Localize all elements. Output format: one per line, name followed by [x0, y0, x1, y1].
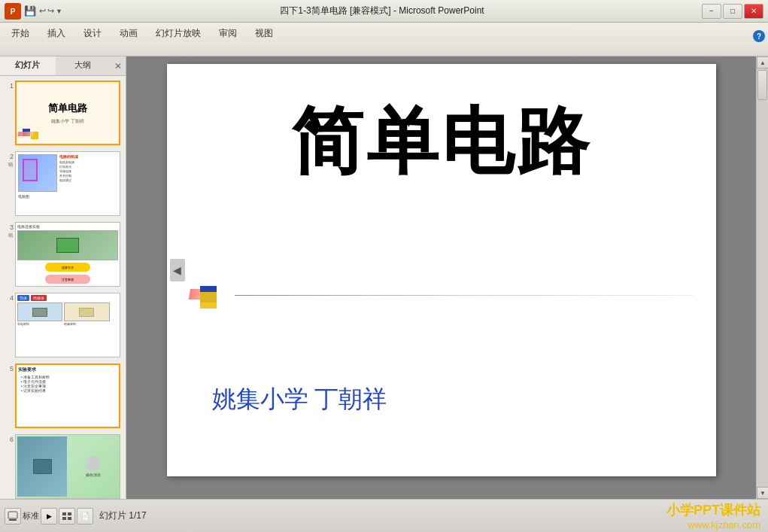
- title-bar: P 💾 ↩ ↪ ▼ 四下1-3简单电路 [兼容模式] - Microsoft P…: [0, 0, 768, 23]
- slideshow-browse-button[interactable]: [59, 508, 75, 524]
- yellow-decoration: [200, 292, 217, 309]
- close-button[interactable]: ✕: [744, 4, 763, 19]
- ribbon-content-area: [0, 42, 768, 56]
- slide-divider: [190, 286, 694, 309]
- tab-slideshow[interactable]: 幻灯片放映: [147, 24, 209, 42]
- quick-access-toolbar: 💾 ↩ ↪ ▼: [24, 5, 62, 17]
- slide-thumb-1[interactable]: 简单电路 姚集小学 丁朝祥: [15, 81, 120, 145]
- standard-view-button[interactable]: [5, 508, 21, 524]
- slide-thumb-2[interactable]: 电路图 电路的组成 电池是电源灯泡发光导线连接开关控制电流通过: [15, 151, 120, 216]
- reading-view-button[interactable]: 📄: [77, 508, 93, 524]
- redo-icon[interactable]: ↪: [47, 6, 54, 16]
- window-title: 四下1-3简单电路 [兼容模式] - Microsoft PowerPoint: [62, 5, 702, 17]
- svg-rect-7: [68, 517, 71, 520]
- slide-nav-left[interactable]: ◀: [170, 259, 185, 281]
- scroll-track: [757, 68, 768, 487]
- slide-color-decoration: [190, 286, 235, 309]
- panel-tab-outline[interactable]: 大纲: [56, 56, 111, 75]
- svg-rect-2: [8, 512, 17, 518]
- svg-rect-3: [9, 519, 17, 521]
- slide-item-3[interactable]: 3略 电路连接实验 连接方法 注意事项: [2, 220, 124, 288]
- slide-num-3: 3略: [3, 223, 14, 239]
- status-bar: 标准 ▶ 📄 幻灯片 1/17 小学PPT课件站 www.kjzhan.com: [0, 499, 768, 532]
- tab-home[interactable]: 开始: [3, 24, 38, 42]
- svg-rect-5: [68, 512, 71, 515]
- slide-area: 简单电路 姚集小学 丁朝祥 ◀: [126, 56, 756, 499]
- slide-thumb-5[interactable]: 实验要求 • 准备工具和材料 • 电子元件连接 • 注意安全事项 • 记录实验结…: [15, 363, 120, 428]
- slides-list: 1 简单电路 姚集小学 丁朝祥 2略: [0, 76, 126, 499]
- svg-rect-4: [62, 512, 66, 515]
- slide-info: 幻灯片 1/17: [99, 509, 147, 522]
- slide-num-5: 5: [3, 365, 14, 372]
- slide-thumb-3[interactable]: 电路连接实验 连接方法 注意事项: [15, 222, 120, 287]
- scroll-up-button[interactable]: ▲: [757, 56, 768, 68]
- slide-num-2: 2略: [3, 153, 14, 169]
- watermark-line1: 小学PPT课件站: [666, 501, 760, 519]
- undo-icon[interactable]: ↩: [39, 6, 46, 16]
- quick-access-dropdown[interactable]: ▼: [56, 8, 62, 15]
- panel-close-button[interactable]: ✕: [111, 56, 126, 75]
- svg-text:P: P: [11, 8, 16, 16]
- help-button[interactable]: ?: [753, 30, 765, 42]
- restore-button[interactable]: □: [723, 4, 742, 19]
- play-button[interactable]: ▶: [41, 508, 57, 524]
- standard-label: 标准: [23, 510, 39, 521]
- slide-num-4: 4: [3, 294, 14, 302]
- tab-animation[interactable]: 动画: [111, 24, 146, 42]
- slide-item-5[interactable]: 5 实验要求 • 准备工具和材料 • 电子元件连接 • 注意安全事项 • 记录实…: [2, 362, 124, 430]
- watermark: 小学PPT课件站 www.kjzhan.com: [666, 501, 760, 530]
- tab-view[interactable]: 视图: [247, 24, 281, 42]
- watermark-line2: www.kjzhan.com: [666, 519, 760, 530]
- thumb1-sub: 姚集小学 丁朝祥: [51, 118, 84, 125]
- minimize-button[interactable]: −: [702, 4, 721, 19]
- ribbon-tabs: 开始 插入 设计 动画 幻灯片放映 审阅 视图 ?: [0, 23, 768, 42]
- slide-num-1: 1: [3, 82, 14, 90]
- tab-design[interactable]: 设计: [75, 24, 110, 42]
- slide-item-1[interactable]: 1 简单电路 姚集小学 丁朝祥: [2, 79, 124, 147]
- app-icon: P: [5, 3, 21, 20]
- right-scrollbar: ▲ ▼: [756, 56, 768, 499]
- thumb1-title: 简单电路: [48, 102, 87, 115]
- window-controls: − □ ✕: [702, 4, 763, 19]
- slide-title: 简单电路: [291, 94, 592, 192]
- tab-review[interactable]: 审阅: [211, 24, 245, 42]
- main-slide: 简单电路 姚集小学 丁朝祥 ◀: [167, 64, 716, 476]
- save-icon[interactable]: 💾: [24, 5, 36, 17]
- panel-tab-slides[interactable]: 幻灯片: [0, 56, 56, 75]
- ribbon: 开始 插入 设计 动画 幻灯片放映 审阅 视图 ?: [0, 23, 768, 56]
- slide-author: 姚集小学 丁朝祥: [212, 383, 387, 416]
- slide-item-4[interactable]: 4 导体 绝缘体 导电材料: [2, 291, 124, 359]
- slide-item-2[interactable]: 2略 电路图 电路的组成 电池是电源灯泡发光导线连接开关控制电流通过: [2, 150, 124, 217]
- slide-thumb-6[interactable]: 操作演示: [15, 434, 120, 499]
- svg-rect-6: [62, 517, 66, 520]
- slide-thumb-4[interactable]: 导体 绝缘体 导电材料: [15, 293, 120, 357]
- slide-panel: 幻灯片 大纲 ✕ 1 简单电路 姚集小学 丁朝祥: [0, 56, 126, 499]
- slide-item-6[interactable]: 6 操作演示: [2, 433, 124, 499]
- tab-insert[interactable]: 插入: [39, 24, 74, 42]
- slide-num-6: 6: [3, 436, 14, 443]
- main-area: 幻灯片 大纲 ✕ 1 简单电路 姚集小学 丁朝祥: [0, 56, 768, 499]
- scroll-down-button[interactable]: ▼: [757, 487, 768, 499]
- divider-line: [235, 295, 694, 296]
- scroll-thumb[interactable]: [757, 70, 767, 100]
- title-bar-left: P 💾 ↩ ↪ ▼: [5, 3, 62, 20]
- panel-tabs: 幻灯片 大纲 ✕: [0, 56, 126, 76]
- status-icons: 标准 ▶ 📄: [5, 508, 93, 524]
